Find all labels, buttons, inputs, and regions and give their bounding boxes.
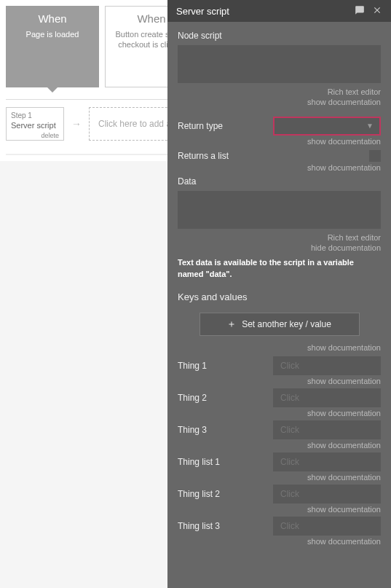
plus-icon [227,320,236,329]
chevron-down-icon: ▼ [366,122,374,130]
hide-doc-link[interactable]: hide documentation [311,243,381,252]
thing-label: Thing 3 [178,425,207,435]
rich-text-link[interactable]: Rich text editor [328,233,381,242]
node-script-doc-links: Rich text editor show documentation [178,87,381,108]
thing-doc[interactable]: show documentation [178,505,381,514]
thing-label: Thing 2 [178,393,207,403]
things-container: Thing 1 show documentation Thing 2 show … [178,356,381,546]
thing-label: Thing list 2 [178,489,220,499]
thing-input[interactable] [273,517,381,536]
data-doc-links: Rich text editor hide documentation [178,232,381,254]
kv-doc[interactable]: show documentation [178,343,381,352]
thing-input[interactable] [273,485,381,503]
step-title: Server script [11,120,59,130]
data-input[interactable] [178,191,381,229]
thing-doc[interactable]: show documentation [178,473,381,482]
step-number: Step 1 [11,111,59,120]
panel-title: Server script [176,6,229,17]
return-type-select[interactable]: ▼ [273,117,381,136]
step-delete[interactable]: delete [11,132,59,141]
event-card-page-loaded[interactable]: When Page is loaded [6,6,99,87]
thing-doc[interactable]: show documentation [178,441,381,450]
return-type-label: Return type [178,121,223,131]
thing-input[interactable] [273,420,381,439]
thing-input[interactable] [273,452,381,471]
thing-label: Thing list 1 [178,457,220,467]
rich-text-link[interactable]: Rich text editor [328,87,381,96]
add-kv-label: Set another key / value [242,319,331,329]
data-hint: Text data is available to the script in … [178,257,381,280]
thing-input[interactable] [273,388,381,407]
active-indicator [47,87,58,93]
comment-icon[interactable] [355,5,365,17]
panel-header: Server script [167,0,391,22]
property-panel: Server script Node script Rich text edit… [167,0,391,588]
add-key-value-button[interactable]: Set another key / value [200,313,360,336]
thing-input[interactable] [273,356,381,375]
data-label: Data [178,176,381,187]
returns-list-label: Returns a list [178,151,229,161]
thing-label: Thing 1 [178,361,207,371]
step-card-server-script[interactable]: Step 1 Server script delete [6,107,64,141]
thing-row: Thing list 3 [178,517,381,536]
thing-row: Thing 1 [178,356,381,375]
node-script-input[interactable] [178,45,381,83]
thing-doc[interactable]: show documentation [178,409,381,418]
thing-row: Thing 3 [178,420,381,439]
keys-values-label: Keys and values [178,291,381,302]
node-script-label: Node script [178,31,381,41]
thing-row: Thing 2 [178,388,381,407]
thing-doc[interactable]: show documentation [178,377,381,385]
thing-row: Thing list 2 [178,485,381,503]
show-doc-link[interactable]: show documentation [307,98,381,106]
thing-row: Thing list 1 [178,452,381,471]
close-icon[interactable] [372,5,382,17]
event-subtitle: Page is loaded [7,29,98,39]
returns-list-checkbox[interactable] [369,150,381,162]
returns-list-doc[interactable]: show documentation [178,163,381,172]
event-title: When [7,12,98,25]
thing-label: Thing list 3 [178,521,220,531]
arrow-right-icon: → [71,118,82,130]
thing-doc[interactable]: show documentation [178,537,381,546]
return-type-doc[interactable]: show documentation [178,137,381,146]
